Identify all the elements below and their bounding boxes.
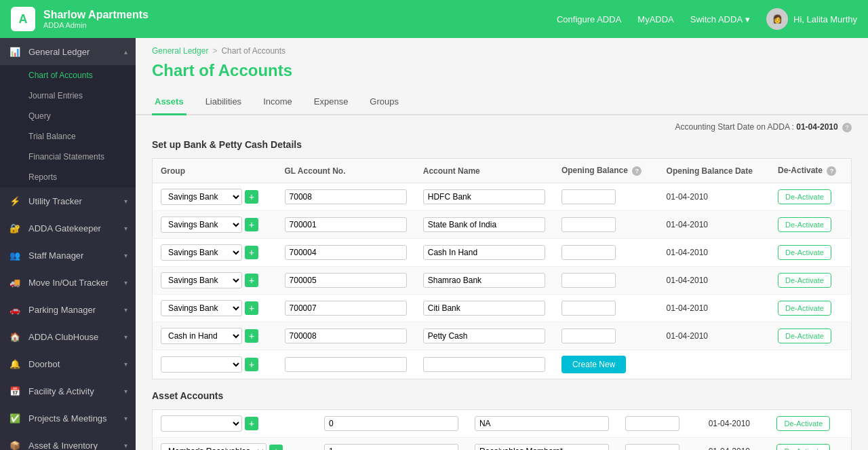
- asset-gl-input-0[interactable]: [324, 416, 458, 431]
- sidebar-item-trial-balance[interactable]: Trial Balance: [0, 126, 136, 147]
- user-area: 👩 Hi, Lalita Murthy: [766, 8, 857, 30]
- configure-adda-link[interactable]: Configure ADDA: [557, 14, 621, 24]
- opening-balance-input-3[interactable]: [561, 273, 616, 288]
- account-name-input-5[interactable]: [423, 329, 545, 343]
- gl-input-3[interactable]: [285, 273, 407, 288]
- group-select-3[interactable]: Savings Bank: [161, 272, 242, 288]
- create-new-button[interactable]: Create New: [561, 356, 626, 373]
- de-activate-button-0[interactable]: De-Activate: [778, 189, 831, 204]
- sidebar-item-doorbot[interactable]: Doorbot: [0, 350, 136, 377]
- asset-account-name-input-0[interactable]: [475, 416, 609, 431]
- asset-opening-balance-input-0[interactable]: [625, 416, 679, 431]
- group-cell: Cash in Hand +: [153, 322, 277, 350]
- group-select-2[interactable]: Savings Bank: [161, 244, 242, 261]
- switch-adda-link[interactable]: Switch ADDA: [690, 14, 750, 24]
- opening-balance-input-4[interactable]: [561, 301, 616, 316]
- tab-income[interactable]: Income: [260, 91, 295, 115]
- add-group-button-0[interactable]: +: [245, 190, 258, 204]
- group-select-1[interactable]: Savings Bank: [161, 217, 242, 233]
- opening-balance-date-cell: 01-04-2010: [658, 322, 770, 350]
- sidebar-item-chart-of-accounts[interactable]: Chart of Accounts: [0, 65, 136, 86]
- asset-de-activate-button-1[interactable]: De-Activate: [776, 444, 830, 450]
- sidebar-item-facility[interactable]: Facility & Activity: [0, 377, 136, 405]
- asset-add-group-button-0[interactable]: +: [245, 417, 258, 430]
- gl-input-5[interactable]: [285, 329, 407, 343]
- gl-input-0[interactable]: [285, 189, 407, 204]
- accounting-date-help-icon[interactable]: ?: [842, 123, 852, 132]
- asset-group-select-0[interactable]: [161, 415, 242, 432]
- sidebar-item-clubhouse[interactable]: ADDA ClubHouse: [0, 323, 136, 350]
- group-select-4[interactable]: Savings Bank: [161, 300, 242, 316]
- table-row: Savings Bank + 01-04-2010 De-Activate: [153, 183, 852, 211]
- tab-assets[interactable]: Assets: [152, 91, 186, 115]
- ledger-icon: [8, 45, 22, 58]
- de-activate-button-3[interactable]: De-Activate: [778, 273, 831, 288]
- sidebar-item-asset[interactable]: Asset & Inventory: [0, 432, 136, 450]
- de-activate-button-1[interactable]: De-Activate: [778, 217, 831, 232]
- de-activate-button-5[interactable]: De-Activate: [778, 329, 831, 343]
- accounting-date-row: Accounting Start Date on ADDA : 01-04-20…: [136, 115, 868, 139]
- new-group-select[interactable]: [161, 356, 242, 373]
- sidebar-item-projects[interactable]: Projects & Meetings: [0, 405, 136, 432]
- asset-de-activate-cell: De-Activate: [768, 438, 851, 451]
- asset-de-activate-button-0[interactable]: De-Activate: [776, 416, 830, 431]
- sidebar-item-parking-manager[interactable]: Parking Manager: [0, 296, 136, 323]
- doorbot-chevron-icon: [124, 360, 127, 368]
- breadcrumb-parent[interactable]: General Ledger: [152, 46, 208, 56]
- sidebar-item-journal-entries[interactable]: Journal Entries: [0, 86, 136, 106]
- tab-expense[interactable]: Expense: [311, 91, 351, 115]
- sidebar-item-query[interactable]: Query: [0, 106, 136, 126]
- asset-group-cell: Member's Receivables +: [153, 438, 316, 451]
- account-name-input-4[interactable]: [423, 301, 545, 316]
- asset-gl-input-1[interactable]: [324, 444, 458, 450]
- add-group-button-2[interactable]: +: [245, 246, 258, 259]
- de-activate-button-4[interactable]: De-Activate: [778, 301, 831, 316]
- facility-chevron-icon: [124, 388, 127, 395]
- de-activate-help-icon[interactable]: ?: [827, 166, 836, 176]
- sidebar-item-general-ledger[interactable]: General Ledger ▴: [0, 38, 136, 65]
- account-name-input-2[interactable]: [423, 245, 545, 260]
- add-group-button-4[interactable]: +: [245, 301, 258, 315]
- de-activate-button-2[interactable]: De-Activate: [778, 245, 831, 260]
- account-name-input-0[interactable]: [423, 189, 545, 204]
- asset-opening-balance-input-1[interactable]: [625, 444, 679, 450]
- opening-balance-input-1[interactable]: [561, 217, 616, 232]
- opening-balance-input-2[interactable]: [561, 245, 616, 260]
- new-group-add-button[interactable]: +: [245, 358, 258, 371]
- group-cell: Savings Bank +: [153, 267, 277, 295]
- user-greeting: Hi, Lalita Murthy: [793, 14, 857, 24]
- sidebar-item-utility-tracker[interactable]: Utility Tracker: [0, 187, 136, 214]
- new-gl-input[interactable]: [285, 357, 407, 372]
- add-group-button-5[interactable]: +: [245, 329, 258, 343]
- group-cell: Savings Bank +: [153, 183, 277, 211]
- account-name-input-3[interactable]: [423, 273, 545, 288]
- add-group-button-3[interactable]: +: [245, 274, 258, 287]
- tab-groups[interactable]: Groups: [367, 91, 401, 115]
- gl-input-1[interactable]: [285, 217, 407, 232]
- sidebar-item-financial-statements[interactable]: Financial Statements: [0, 147, 136, 167]
- opening-balance-help-icon[interactable]: ?: [632, 166, 642, 176]
- group-select-0[interactable]: Savings Bank: [161, 189, 242, 205]
- asset-add-group-button-1[interactable]: +: [269, 445, 283, 450]
- opening-balance-cell: [553, 267, 658, 295]
- tab-liabilities[interactable]: Liabilities: [203, 91, 244, 115]
- sidebar-item-reports[interactable]: Reports: [0, 167, 136, 187]
- breadcrumb-separator: >: [212, 46, 217, 56]
- account-name-input-1[interactable]: [423, 217, 545, 232]
- sidebar-item-adda-gatekeeper[interactable]: ADDA Gatekeeper: [0, 214, 136, 242]
- sidebar-item-staff-manager[interactable]: Staff Manager: [0, 242, 136, 269]
- myadda-link[interactable]: MyADDA: [637, 14, 673, 24]
- app-logo: A: [11, 7, 35, 31]
- gl-input-4[interactable]: [285, 301, 407, 316]
- sidebar-item-moveinout[interactable]: Move In/Out Tracker: [0, 269, 136, 296]
- opening-balance-input-5[interactable]: [561, 329, 616, 343]
- gl-input-2[interactable]: [285, 245, 407, 260]
- opening-balance-input-0[interactable]: [561, 189, 616, 204]
- moveinout-icon: [8, 276, 22, 289]
- new-account-name-input[interactable]: [423, 357, 545, 372]
- add-group-button-1[interactable]: +: [245, 218, 258, 231]
- asset-section: Asset Accounts + 01-04-2010 De-Activate …: [136, 390, 868, 450]
- asset-group-select-1[interactable]: Member's Receivables: [161, 443, 267, 450]
- group-select-5[interactable]: Cash in Hand: [161, 328, 242, 344]
- asset-account-name-input-1[interactable]: [475, 444, 609, 450]
